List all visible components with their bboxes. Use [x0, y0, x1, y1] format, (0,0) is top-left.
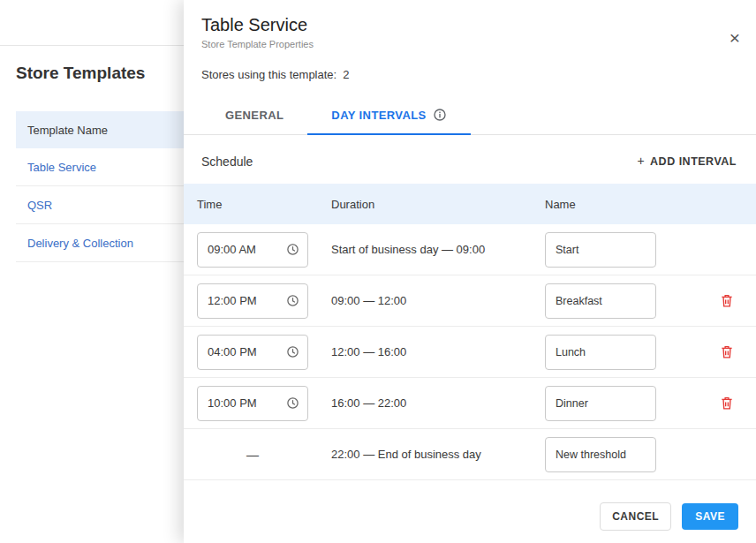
time-input[interactable]: [208, 396, 281, 410]
name-field: [545, 232, 656, 268]
schedule-bar: Schedule + ADD INTERVAL: [184, 135, 756, 184]
modal-header: Table Service Store Template Properties …: [184, 0, 756, 49]
name-input[interactable]: [556, 449, 646, 461]
column-header-duration: Duration: [331, 198, 545, 211]
page-title: Store Templates: [16, 64, 145, 83]
time-field: [197, 232, 308, 268]
schedule-table-header: Time Duration Name: [184, 184, 756, 224]
name-field: [545, 437, 656, 472]
column-header-time: Time: [197, 198, 331, 211]
duration-text: 12:00 — 16:00: [331, 345, 545, 358]
close-icon[interactable]: ×: [730, 28, 740, 47]
stores-using-line: Stores using this template:2: [184, 49, 756, 81]
modal-footer: CANCEL SAVE: [184, 485, 756, 543]
duration-text: 22:00 — End of business day: [331, 448, 545, 461]
time-input[interactable]: [208, 294, 281, 307]
add-interval-label: ADD INTERVAL: [650, 155, 737, 168]
duration-text: Start of business day — 09:00: [331, 243, 545, 256]
name-input[interactable]: [556, 397, 646, 410]
name-input[interactable]: [556, 346, 646, 358]
modal-subtitle: Store Template Properties: [201, 39, 738, 49]
time-field: [197, 335, 308, 370]
tab-day-intervals[interactable]: DAY INTERVALS: [307, 96, 470, 135]
tab-day-intervals-label: DAY INTERVALS: [331, 109, 426, 122]
clock-icon[interactable]: [286, 243, 299, 256]
interval-row: 12:00 — 16:00: [184, 327, 756, 378]
modal-tabs: GENERAL DAY INTERVALS: [184, 96, 756, 135]
time-field: [197, 386, 308, 421]
stores-using-label: Stores using this template:: [201, 68, 336, 81]
schedule-label: Schedule: [201, 155, 253, 169]
time-field: [197, 283, 308, 319]
info-icon[interactable]: [433, 108, 447, 122]
interval-row: 16:00 — 22:00: [184, 378, 756, 429]
save-button[interactable]: SAVE: [682, 503, 738, 530]
stores-using-count: 2: [343, 68, 349, 81]
delete-interval-icon[interactable]: [717, 342, 737, 362]
clock-icon[interactable]: [286, 294, 299, 307]
add-interval-button[interactable]: + ADD INTERVAL: [635, 152, 738, 171]
name-input[interactable]: [556, 244, 646, 256]
time-input[interactable]: [208, 243, 281, 256]
duration-text: 09:00 — 12:00: [331, 294, 545, 307]
name-input[interactable]: [556, 295, 646, 307]
duration-text: 16:00 — 22:00: [331, 396, 545, 410]
time-input[interactable]: [208, 345, 281, 358]
interval-row: 09:00 — 12:00: [184, 275, 756, 327]
column-header-name: Name: [545, 198, 677, 211]
name-field: [545, 335, 656, 370]
schedule-table: Time Duration Name Start of business day…: [184, 184, 756, 480]
time-dash: —: [197, 448, 308, 462]
modal-title: Table Service: [201, 15, 738, 35]
clock-icon[interactable]: [286, 345, 299, 358]
cancel-button[interactable]: CANCEL: [600, 502, 671, 531]
interval-row-end-of-day: — 22:00 — End of business day: [184, 429, 756, 480]
tab-general[interactable]: GENERAL: [201, 96, 307, 135]
plus-icon: +: [637, 155, 645, 167]
template-properties-modal: Table Service Store Template Properties …: [184, 0, 756, 543]
clock-icon[interactable]: [286, 396, 299, 410]
name-field: [545, 386, 656, 421]
delete-interval-icon[interactable]: [717, 393, 737, 413]
name-field: [545, 283, 656, 319]
delete-interval-icon[interactable]: [717, 290, 737, 311]
interval-row: Start of business day — 09:00: [184, 224, 756, 275]
